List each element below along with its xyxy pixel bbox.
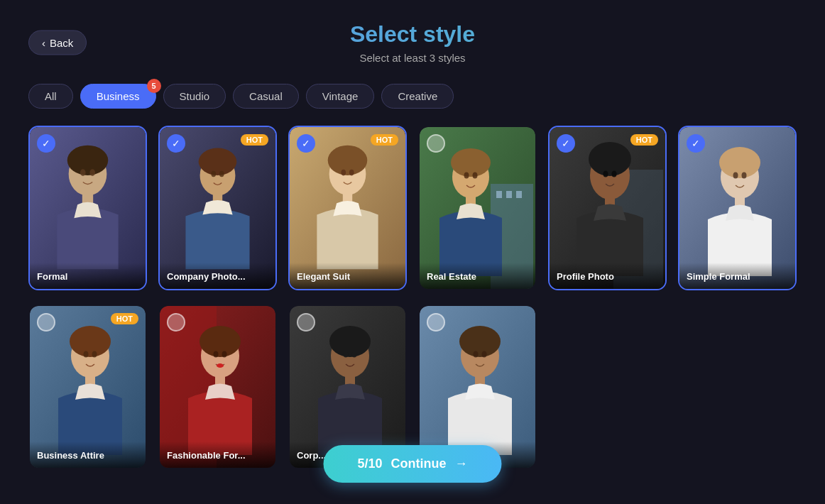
hot-badge-profile: HOT xyxy=(630,134,658,146)
svg-point-28 xyxy=(464,172,469,179)
filter-tab-casual[interactable]: Casual xyxy=(233,84,299,109)
style-card-businessattire[interactable]: HOT Business Attire xyxy=(28,305,147,469)
svg-point-45 xyxy=(70,326,111,357)
svg-point-55 xyxy=(222,351,227,357)
svg-point-59 xyxy=(329,326,371,357)
svg-point-10 xyxy=(199,148,237,175)
svg-point-67 xyxy=(474,351,479,357)
card-label-elegant: Elegant Suit xyxy=(290,263,405,289)
card-label-profile: Profile Photo xyxy=(550,263,665,289)
card-label-simpleformal: Simple Formal xyxy=(679,263,795,289)
continue-bar: 5/10 Continue → xyxy=(323,445,501,483)
back-chevron-icon: ‹ xyxy=(42,37,45,49)
svg-point-42 xyxy=(742,172,747,179)
svg-point-47 xyxy=(84,351,89,357)
svg-point-6 xyxy=(89,169,95,176)
header: ‹ Back Select style Select at least 3 st… xyxy=(28,21,797,64)
style-grid-row1: ✓ Formal xyxy=(28,126,797,290)
card-label-fashionable: Fashionable For... xyxy=(160,442,275,468)
card-label-realestate: Real Estate xyxy=(420,263,535,289)
svg-point-35 xyxy=(603,171,608,177)
card-label-formal: Formal xyxy=(30,263,146,289)
card-label-businessattire: Business Attire xyxy=(30,442,146,468)
svg-point-61 xyxy=(344,351,349,357)
svg-point-39 xyxy=(719,147,760,178)
svg-point-65 xyxy=(459,326,501,357)
check-icon-corporate xyxy=(297,313,315,332)
filter-tab-business[interactable]: Business 5 xyxy=(80,84,156,109)
svg-point-3 xyxy=(67,146,109,175)
check-icon-profile: ✓ xyxy=(557,134,575,153)
svg-point-68 xyxy=(482,351,487,357)
svg-point-36 xyxy=(612,171,617,177)
page-subtitle: Select at least 3 styles xyxy=(28,52,797,64)
hot-badge-elegant: HOT xyxy=(371,134,398,146)
continue-arrow-icon: → xyxy=(455,456,468,471)
svg-point-48 xyxy=(92,351,97,357)
check-icon-simpleformal: ✓ xyxy=(687,134,705,153)
check-icon-realestate xyxy=(427,134,445,153)
style-card-company[interactable]: ✓ HOT Company Photo... xyxy=(158,126,277,290)
svg-point-54 xyxy=(214,351,219,357)
check-icon-businessattire xyxy=(37,313,55,332)
svg-point-18 xyxy=(341,170,346,176)
check-icon-elegant: ✓ xyxy=(297,134,315,153)
svg-rect-23 xyxy=(506,191,512,198)
svg-point-62 xyxy=(352,351,357,357)
filter-tab-creative[interactable]: Creative xyxy=(381,84,454,109)
svg-point-5 xyxy=(80,169,86,176)
svg-rect-22 xyxy=(496,191,502,198)
continue-count: 5/10 xyxy=(357,456,382,471)
page: ‹ Back Select style Select at least 3 st… xyxy=(0,0,825,504)
svg-point-12 xyxy=(211,171,216,177)
continue-label: Continue xyxy=(391,456,447,471)
continue-button[interactable]: 5/10 Continue → xyxy=(323,445,501,483)
filter-business-label: Business xyxy=(97,90,140,102)
page-title: Select style xyxy=(28,21,797,48)
svg-point-41 xyxy=(733,172,738,179)
svg-point-16 xyxy=(328,146,368,175)
svg-point-13 xyxy=(219,171,224,177)
style-card-simpleformal[interactable]: ✓ Simple Formal xyxy=(678,126,797,290)
business-badge: 5 xyxy=(147,79,161,93)
back-button[interactable]: ‹ Back xyxy=(28,31,87,55)
style-card-realestate[interactable]: Real Estate xyxy=(418,126,537,290)
filter-tab-studio[interactable]: Studio xyxy=(163,84,226,109)
filter-tab-vintage[interactable]: Vintage xyxy=(306,84,375,109)
svg-point-29 xyxy=(473,172,478,179)
filter-tab-all[interactable]: All xyxy=(28,84,73,109)
svg-rect-24 xyxy=(516,191,522,198)
card-label-company: Company Photo... xyxy=(160,263,275,289)
back-label: Back xyxy=(50,37,73,49)
style-card-formal[interactable]: ✓ Formal xyxy=(28,126,147,290)
svg-point-26 xyxy=(451,148,491,177)
check-icon-formal: ✓ xyxy=(37,134,55,153)
check-icon-company: ✓ xyxy=(167,134,185,153)
svg-point-52 xyxy=(200,326,241,357)
check-icon-fashionable xyxy=(167,313,185,332)
hot-badge-businessattire: HOT xyxy=(111,313,138,324)
svg-point-56 xyxy=(217,363,224,368)
filter-bar: All Business 5 Studio Casual Vintage Cre… xyxy=(28,84,797,109)
hot-badge-company: HOT xyxy=(241,134,268,146)
style-card-profile[interactable]: ✓ HOT Profile Photo xyxy=(548,126,667,290)
check-icon-official xyxy=(427,313,445,332)
svg-point-33 xyxy=(589,142,631,176)
svg-point-19 xyxy=(349,170,354,176)
style-card-elegant[interactable]: ✓ HOT Elegant Suit xyxy=(288,126,407,290)
style-card-fashionable[interactable]: Fashionable For... xyxy=(158,305,277,469)
